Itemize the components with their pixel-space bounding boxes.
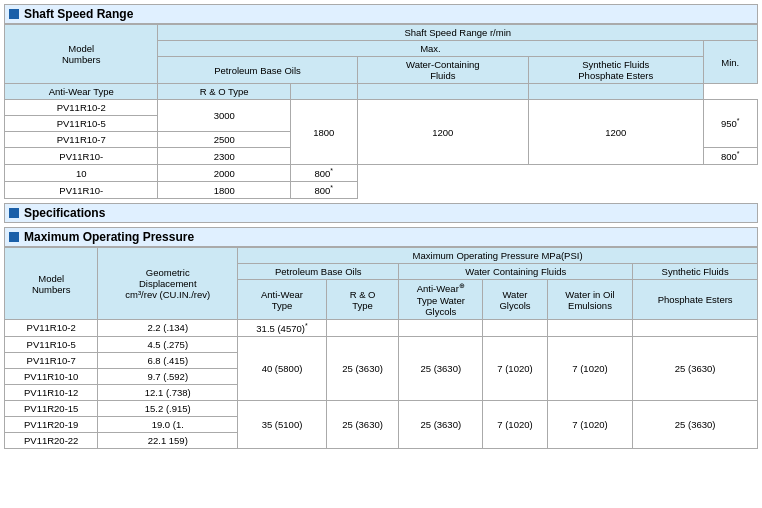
min-cell: 950* bbox=[703, 100, 758, 148]
shaft-speed-section: Shaft Speed Range Model Numbers Shaft Sp… bbox=[4, 4, 758, 199]
model-cell: PV11R10- bbox=[5, 148, 158, 165]
mp-model-cell: PV11R10-2 bbox=[5, 319, 98, 336]
mp-model-cell: PV11R10-12 bbox=[5, 384, 98, 400]
mp-wc-cell: 25 (3630) bbox=[399, 400, 483, 448]
petroleum-base-oils-header: Petroleum Base Oils bbox=[158, 57, 357, 84]
table-row: PV11R10-22.2 (.134)31.5 (4570)* bbox=[5, 319, 758, 336]
water-containing-header: Water-ContainingFluids bbox=[357, 57, 528, 84]
aw-cell: 2000 bbox=[158, 165, 290, 182]
table-row: PV11R20-1515.2 (.915)35 (5100)25 (3630)2… bbox=[5, 400, 758, 416]
mp-wg-cell: 7 (1020) bbox=[483, 336, 547, 400]
mp-wo-cell: 7 (1020) bbox=[547, 336, 633, 400]
mp-wc-cell bbox=[399, 319, 483, 336]
mp-wg-cell: 7 (1020) bbox=[483, 400, 547, 448]
geo-cell: 19.0 (1. bbox=[98, 416, 238, 432]
specifications-header: Specifications bbox=[4, 203, 758, 223]
mp-aw-cell: 35 (5100) bbox=[238, 400, 327, 448]
mp-aw-water-col: Anti-Wear⊕Type WaterGlycols bbox=[399, 280, 483, 319]
geo-cell: 2.2 (.134) bbox=[98, 319, 238, 336]
mp-water-header: Water Containing Fluids bbox=[399, 264, 633, 280]
mp-model-cell: PV11R10-10 bbox=[5, 368, 98, 384]
sy-cell: 1200 bbox=[529, 100, 703, 165]
mp-anti-wear-col: Anti-WearType bbox=[238, 280, 327, 319]
shaft-speed-title: Shaft Speed Range bbox=[24, 7, 133, 21]
aw-cell: 3000 bbox=[158, 100, 290, 132]
min-cell: 800* bbox=[290, 182, 357, 199]
water-col-header bbox=[290, 84, 357, 100]
geo-cell: 9.7 (.592) bbox=[98, 368, 238, 384]
mp-wc-cell: 25 (3630) bbox=[399, 336, 483, 400]
min-header: Min. bbox=[703, 41, 758, 84]
model-cell: PV11R10- bbox=[5, 182, 158, 199]
mp-petroleum-header: Petroleum Base Oils bbox=[238, 264, 399, 280]
mp-aw-cell: 40 (5800) bbox=[238, 336, 327, 400]
max-pressure-section: Maximum Operating Pressure Model Numbers… bbox=[4, 227, 758, 448]
shaft-speed-header: Shaft Speed Range bbox=[4, 4, 758, 24]
wc-cell: 1200 bbox=[357, 100, 528, 165]
mp-model-cell: PV11R10-7 bbox=[5, 352, 98, 368]
mp-model-cell: PV11R20-22 bbox=[5, 432, 98, 448]
model-cell: PV11R10-7 bbox=[5, 132, 158, 148]
model-header: Model Numbers bbox=[5, 25, 158, 84]
min-col-header bbox=[529, 84, 703, 100]
mp-water-glycol-col: WaterGlycols bbox=[483, 280, 547, 319]
geo-cell: 15.2 (.915) bbox=[98, 400, 238, 416]
mp-model-cell: PV11R10-5 bbox=[5, 336, 98, 352]
mp-main-header: Maximum Operating Pressure MPa(PSI) bbox=[238, 248, 758, 264]
max-pressure-header: Maximum Operating Pressure bbox=[4, 227, 758, 247]
ro-col-header: R & O Type bbox=[158, 84, 290, 100]
ro-cell: 1800 bbox=[290, 100, 357, 165]
geo-header: Geometric Displacement cm³/rev (CU.IN./r… bbox=[98, 248, 238, 319]
max-header: Max. bbox=[158, 41, 703, 57]
table-row: PV11R10-23000180012001200950* bbox=[5, 100, 758, 116]
geo-cell: 6.8 (.415) bbox=[98, 352, 238, 368]
mp-ph-cell: 25 (3630) bbox=[633, 336, 758, 400]
anti-wear-col-header: Anti-Wear Type bbox=[5, 84, 158, 100]
mp-model-header: Model Numbers bbox=[5, 248, 98, 319]
mp-water-oil-col: Water in OilEmulsions bbox=[547, 280, 633, 319]
geo-cell: 22.1 159) bbox=[98, 432, 238, 448]
mp-wo-cell bbox=[547, 319, 633, 336]
geo-cell: 12.1 (.738) bbox=[98, 384, 238, 400]
mp-ro-col: R & OType bbox=[326, 280, 398, 319]
model-cell: 10 bbox=[5, 165, 158, 182]
shaft-speed-range-header: Shaft Speed Range r/min bbox=[158, 25, 758, 41]
aw-cell: 2500 bbox=[158, 132, 290, 148]
mp-wo-cell: 7 (1020) bbox=[547, 400, 633, 448]
mp-model-cell: PV11R20-15 bbox=[5, 400, 98, 416]
synthetic-fluids-header: Synthetic FluidsPhosphate Esters bbox=[529, 57, 703, 84]
model-cell: PV11R10-5 bbox=[5, 116, 158, 132]
table-row: 102000800* bbox=[5, 165, 758, 182]
mp-aw-cell: 31.5 (4570)* bbox=[238, 319, 327, 336]
phosphate-col-header bbox=[357, 84, 528, 100]
mp-ro-cell bbox=[326, 319, 398, 336]
table-row: PV11R10-1800800* bbox=[5, 182, 758, 199]
specifications-icon bbox=[9, 208, 19, 218]
max-pressure-title: Maximum Operating Pressure bbox=[24, 230, 194, 244]
aw-cell: 1800 bbox=[158, 182, 290, 199]
mp-phosphate-col: Phosphate Esters bbox=[633, 280, 758, 319]
geo-cell: 4.5 (.275) bbox=[98, 336, 238, 352]
min-cell: 800* bbox=[290, 165, 357, 182]
table-row: PV11R10-54.5 (.275)40 (5800)25 (3630)25 … bbox=[5, 336, 758, 352]
mp-ph-cell bbox=[633, 319, 758, 336]
shaft-speed-table: Model Numbers Shaft Speed Range r/min Ma… bbox=[4, 24, 758, 199]
shaft-speed-icon bbox=[9, 9, 19, 19]
model-cell: PV11R10-2 bbox=[5, 100, 158, 116]
mp-synthetic-header: Synthetic Fluids bbox=[633, 264, 758, 280]
min-cell: 800* bbox=[703, 148, 758, 165]
aw-cell: 2300 bbox=[158, 148, 290, 165]
mp-ph-cell: 25 (3630) bbox=[633, 400, 758, 448]
max-pressure-icon bbox=[9, 232, 19, 242]
mp-ro-cell: 25 (3630) bbox=[326, 336, 398, 400]
mp-model-cell: PV11R20-19 bbox=[5, 416, 98, 432]
max-pressure-table: Model Numbers Geometric Displacement cm³… bbox=[4, 247, 758, 448]
mp-wg-cell bbox=[483, 319, 547, 336]
specifications-title: Specifications bbox=[24, 206, 105, 220]
mp-ro-cell: 25 (3630) bbox=[326, 400, 398, 448]
